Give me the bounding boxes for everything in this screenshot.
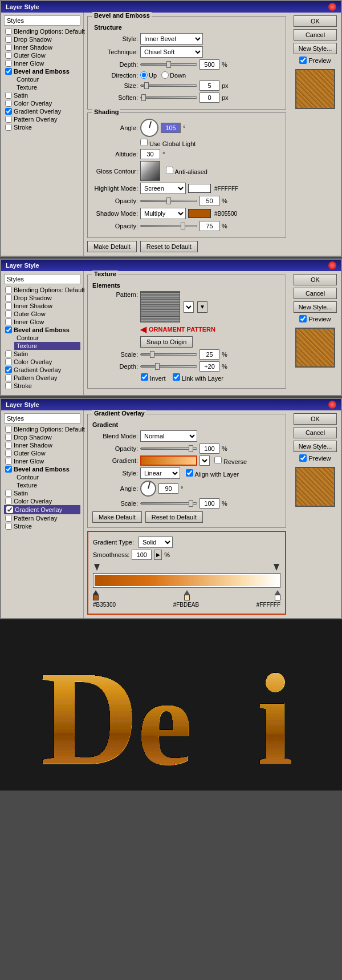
gradient-bar[interactable] [95,575,279,586]
invert-checkbox[interactable] [141,373,148,381]
shadow-opacity-input[interactable] [199,221,219,231]
sidebar-item-bevel-emboss[interactable]: Bevel and Emboss [4,67,80,75]
direction-down-radio[interactable] [161,71,169,79]
new-style-button-3[interactable]: New Style... [294,441,337,452]
s3-outer-glow-cb[interactable] [5,450,12,457]
s2-gradient-overlay-cb[interactable] [5,366,12,373]
sidebar-3-stroke[interactable]: Stroke [4,522,80,530]
s2-pattern-overlay-cb[interactable] [5,374,12,381]
texture-scale-input[interactable] [199,349,219,360]
sidebar-2-color-overlay[interactable]: Color Overlay [4,358,80,366]
sidebar-3-contour[interactable]: Contour [14,473,80,481]
texture-scale-slider[interactable] [140,353,197,356]
sidebar-item-color-overlay[interactable]: Color Overlay [4,99,80,107]
pattern-preview[interactable] [140,291,180,322]
s3-pattern-overlay-cb[interactable] [5,515,12,522]
s2-satin-cb[interactable] [5,350,12,357]
sidebar-3-gradient-overlay[interactable]: Gradient Overlay [4,505,80,514]
ok-button-1[interactable]: OK [294,15,337,27]
sidebar-2-inner-shadow[interactable]: Inner Shadow [4,302,80,310]
s3-gradient-overlay-cb[interactable] [6,506,13,513]
highlight-opacity-slider[interactable] [140,200,197,202]
sidebar-3-satin[interactable]: Satin [4,489,80,497]
gradient-type-dropdown[interactable] [199,455,210,466]
global-light-label[interactable]: Use Global Light [140,139,196,147]
s3-bevel-cb[interactable] [5,466,12,473]
reverse-checkbox[interactable] [214,457,222,464]
sidebar-3-inner-glow[interactable]: Inner Glow [4,457,80,465]
s2-inner-glow-cb[interactable] [5,318,12,325]
ok-button-3[interactable]: OK [294,413,337,425]
sidebar-2-drop-shadow[interactable]: Drop Shadow [4,294,80,302]
preview-checkbox-1[interactable] [299,57,307,64]
texture-depth-slider[interactable] [140,365,197,368]
highlight-mode-select[interactable]: Screen [140,183,186,194]
sidebar-2-satin[interactable]: Satin [4,350,80,358]
sidebar-item-texture[interactable]: Texture [14,83,80,91]
s3-drop-shadow-cb[interactable] [5,434,12,441]
reset-default-button-3[interactable]: Reset to Default [145,511,203,523]
inner-shadow-checkbox[interactable] [5,44,12,51]
depth-slider[interactable] [140,63,197,66]
reverse-label[interactable]: Reverse [214,457,247,465]
new-style-button-1[interactable]: New Style... [294,43,337,54]
cancel-button-2[interactable]: Cancel [294,288,337,299]
texture-depth-input[interactable] [199,361,219,372]
go-opacity-input[interactable] [199,443,219,454]
gloss-contour-preview[interactable] [140,161,160,181]
pattern-options-btn[interactable]: ▼ [197,301,207,313]
go-scale-input[interactable] [199,498,219,509]
pattern-overlay-checkbox[interactable] [5,116,12,123]
sidebar-2-inner-glow[interactable]: Inner Glow [4,318,80,326]
make-default-button-1[interactable]: Make Default [87,241,137,252]
angle-input[interactable] [161,123,181,133]
global-light-checkbox[interactable] [140,139,148,146]
s2-color-overlay-cb[interactable] [5,358,12,365]
altitude-input[interactable] [140,149,160,159]
align-layer-checkbox[interactable] [186,469,193,477]
technique-select[interactable]: Chisel Soft [140,46,203,58]
gradient-overlay-checkbox[interactable] [5,108,12,115]
color-overlay-checkbox[interactable] [5,100,12,107]
outer-glow-checkbox[interactable] [5,52,12,59]
inner-glow-checkbox[interactable] [5,60,12,67]
sidebar-item-stroke[interactable]: Stroke [4,123,80,131]
go-angle-input[interactable] [158,483,178,494]
s2-outer-glow-cb[interactable] [5,310,12,317]
pattern-select[interactable] [184,301,194,313]
direction-down-label[interactable]: Down [161,71,186,79]
align-layer-label[interactable]: Align with Layer [186,469,239,478]
go-opacity-slider[interactable] [140,447,197,450]
style-select-3[interactable]: Linear [140,467,180,479]
direction-up-label[interactable]: Up [140,71,157,79]
sidebar-item-outer-glow[interactable]: Outer Glow [4,51,80,59]
bevel-emboss-checkbox[interactable] [5,68,12,75]
sidebar-3-bevel[interactable]: Bevel and Emboss [4,465,80,473]
gradient-swatch[interactable] [140,455,197,466]
reset-default-button-1[interactable]: Reset to Default [140,241,198,252]
color-stop-3[interactable] [275,590,280,600]
go-scale-slider[interactable] [140,502,197,505]
size-input[interactable] [199,80,219,91]
preview-checkbox-2[interactable] [299,315,307,322]
s2-drop-shadow-cb[interactable] [5,295,12,301]
highlight-opacity-input[interactable] [199,196,219,206]
sidebar-item-inner-glow[interactable]: Inner Glow [4,59,80,67]
s2-blending-cb[interactable] [5,287,12,293]
angle-dial[interactable] [140,119,158,137]
soften-slider[interactable] [140,96,197,99]
stroke-checkbox[interactable] [5,124,12,131]
sidebar-2-stroke[interactable]: Stroke [4,382,80,390]
shadow-color-swatch[interactable] [188,209,211,218]
blending-checkbox[interactable] [5,28,12,35]
s3-inner-shadow-cb[interactable] [5,442,12,449]
sidebar-2-outer-glow[interactable]: Outer Glow [4,310,80,318]
close-button-3[interactable] [328,401,336,409]
sidebar-2-bevel[interactable]: Bevel and Emboss [4,326,80,334]
blend-mode-select[interactable]: Normal [140,430,197,442]
go-angle-dial[interactable] [140,481,156,497]
s3-color-overlay-cb[interactable] [5,498,12,505]
anti-aliased-checkbox[interactable] [166,167,173,174]
sidebar-2-pattern-overlay[interactable]: Pattern Overlay [4,374,80,382]
gradient-type-select[interactable]: Solid [139,537,173,548]
